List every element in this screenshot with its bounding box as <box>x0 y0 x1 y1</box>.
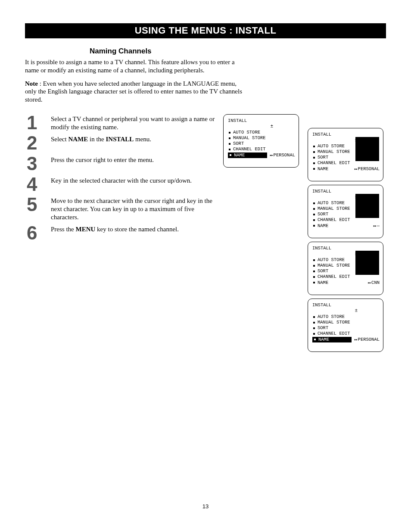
osd-item: MANUAL STORE <box>312 320 380 325</box>
step-number: 5 <box>25 196 51 213</box>
osd-item: SORT <box>312 325 380 331</box>
osd-item: SORT <box>228 141 295 146</box>
intro-paragraph: It is possible to assign a name to a TV … <box>25 58 244 75</box>
bullet-icon <box>313 282 315 283</box>
osd-pm-icon: ± <box>312 308 380 314</box>
step-number: 4 <box>25 176 51 193</box>
osd-item: NAME ▸▸CNN <box>312 280 380 286</box>
osd-header: INSTALL <box>312 302 380 308</box>
step-number: 1 <box>25 114 51 131</box>
bullet-icon <box>314 339 316 340</box>
step: 3 Press the cursor right to enter the me… <box>25 155 223 172</box>
arrow-right-icon: ▸▸ <box>354 338 357 342</box>
bullet-icon <box>313 162 315 164</box>
note-paragraph: Note : Even when you have selected anoth… <box>25 80 244 104</box>
arrow-right-icon: ▸▸ <box>354 167 357 171</box>
section-heading: Naming Channels <box>90 47 386 56</box>
osd-item: NAME ▸▸— <box>312 223 380 229</box>
bullet-icon <box>313 316 315 318</box>
osd-value: PERSONAL <box>358 337 380 342</box>
note-body: : Even when you have selected another la… <box>25 80 242 103</box>
step-text: Move to the next character with the curs… <box>51 196 223 221</box>
bullet-icon <box>313 146 315 147</box>
step-number: 3 <box>25 155 51 172</box>
osd-item-selected: NAME ▸▸PERSONAL <box>312 337 380 342</box>
osd-value: CNN <box>371 280 380 285</box>
osd-item: AUTO STORE <box>228 130 295 135</box>
bullet-icon <box>313 259 315 261</box>
steps-list: 1 Select a TV channel or peripheral you … <box>25 114 223 245</box>
osd-panel: INSTALL ± AUTO STORE MANUAL STORE SORT C… <box>308 128 383 181</box>
osd-preview-box <box>355 251 379 275</box>
osd-item: CHANNEL EDIT <box>312 331 380 336</box>
osd-item-selected: NAME ▸▸PERSONAL <box>228 152 295 158</box>
title-bar: USING THE MENUS : INSTALL <box>25 23 386 38</box>
bullet-icon <box>313 327 315 329</box>
osd-item: MANUAL STORE <box>228 135 295 141</box>
bullet-icon <box>313 271 315 272</box>
step-text: Key in the selected character with the c… <box>51 176 192 185</box>
osd-value: PERSONAL <box>358 166 380 171</box>
osd-value: PERSONAL <box>274 152 295 158</box>
osd-header: INSTALL <box>228 118 295 124</box>
bullet-icon <box>229 143 230 145</box>
osd-pm-icon: ± <box>228 124 295 129</box>
osd-panel: INSTALL ± AUTO STORE MANUAL STORE SORT C… <box>308 185 383 238</box>
bullet-icon <box>230 154 231 156</box>
step-text: Select NAME in the INSTALL menu. <box>51 134 151 143</box>
osd-panel: INSTALL ± AUTO STORE MANUAL STORE SORT C… <box>223 114 299 168</box>
osd-item: NAME ▸▸PERSONAL <box>312 166 380 172</box>
bullet-icon <box>313 214 315 215</box>
step-number: 6 <box>25 224 51 242</box>
note-label: Note <box>25 80 38 87</box>
osd-item: CHANNEL EDIT <box>312 160 380 166</box>
bullet-icon <box>229 137 230 139</box>
page-number: 13 <box>0 503 411 510</box>
bullet-icon <box>313 157 315 159</box>
bullet-icon <box>313 333 315 335</box>
bullet-icon <box>313 219 315 221</box>
step: 2 Select NAME in the INSTALL menu. <box>25 134 223 152</box>
bullet-icon <box>313 276 315 278</box>
step: 4 Key in the selected character with the… <box>25 176 223 193</box>
bullet-icon <box>313 265 315 267</box>
bullet-icon <box>229 149 230 150</box>
bullet-icon <box>313 151 315 153</box>
osd-preview-box <box>355 194 379 218</box>
arrow-right-icon: ▸▸ <box>373 224 376 228</box>
bullet-icon <box>313 208 315 210</box>
osd-preview-box <box>355 137 379 161</box>
bullet-icon <box>313 322 315 324</box>
osd-item: CHANNEL EDIT <box>228 146 295 152</box>
bullet-icon <box>313 225 315 227</box>
step: 5 Move to the next character with the cu… <box>25 196 223 221</box>
step: 1 Select a TV channel or peripheral you … <box>25 114 223 131</box>
osd-item: CHANNEL EDIT <box>312 274 380 280</box>
osd-panel: INSTALL ± AUTO STORE MANUAL STORE SORT C… <box>308 299 383 352</box>
step-number: 2 <box>25 134 51 152</box>
osd-item: CHANNEL EDIT <box>312 217 380 223</box>
arrow-right-icon: ▸▸ <box>367 281 371 285</box>
step: 6 Press the MENU key to store the named … <box>25 224 223 242</box>
step-text: Select a TV channel or peripheral you wa… <box>51 114 223 131</box>
osd-item: AUTO STORE <box>312 314 380 320</box>
osd-panel: INSTALL ± AUTO STORE MANUAL STORE SORT C… <box>308 242 383 295</box>
arrow-right-icon: ▸▸ <box>270 153 273 158</box>
bullet-icon <box>229 132 230 134</box>
step-text: Press the MENU key to store the named ch… <box>51 224 179 233</box>
osd-value: — <box>377 223 380 228</box>
bullet-icon <box>313 202 315 204</box>
bullet-icon <box>313 168 315 170</box>
step-text: Press the cursor right to enter the menu… <box>51 155 154 164</box>
